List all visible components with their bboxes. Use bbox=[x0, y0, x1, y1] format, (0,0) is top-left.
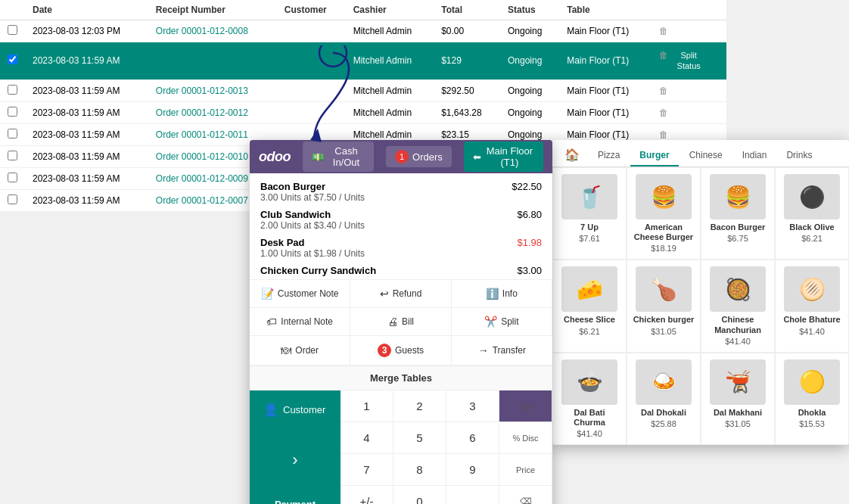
order-item-name: Club Sandwich bbox=[260, 209, 365, 220]
numpad-key-price[interactable]: Price bbox=[499, 454, 552, 486]
menu-item[interactable]: 🍔 Bacon Burger $6.75 bbox=[701, 167, 775, 260]
action-btn-info[interactable]: ℹ️ Info bbox=[452, 280, 552, 308]
numpad-key-4[interactable]: 4 bbox=[341, 422, 393, 454]
table-row[interactable]: 2023-08-03 11:59 AM Order 00001-012-0012… bbox=[0, 101, 726, 123]
table-row[interactable]: 2023-08-03 11:59 AM Order 00001-012-0014… bbox=[0, 42, 726, 80]
menu-item[interactable]: 🍗 Chicken burger $31.05 bbox=[627, 260, 701, 352]
table-row[interactable]: 2023-08-03 11:59 AM Order 00001-012-0013… bbox=[0, 79, 726, 101]
row-checkbox[interactable] bbox=[0, 167, 25, 189]
numpad-key-3[interactable]: 3 bbox=[446, 390, 499, 422]
row-checkbox[interactable] bbox=[0, 101, 25, 123]
action-icon: ✂️ bbox=[484, 316, 497, 328]
menu-item-name: Chinese Manchurian bbox=[706, 315, 770, 334]
numpad-key-[interactable]: ⌫ bbox=[499, 486, 552, 504]
numpad-key-2[interactable]: 2 bbox=[393, 390, 446, 422]
menu-item[interactable]: 🥤 7 Up $7.61 bbox=[552, 167, 627, 260]
delete-icon[interactable]: 🗑 bbox=[659, 107, 668, 118]
row-date: 2023-08-03 11:59 AM bbox=[25, 79, 148, 101]
delete-icon[interactable]: 🗑 bbox=[659, 50, 668, 61]
table-header: Table bbox=[559, 0, 652, 20]
numpad-key-disc[interactable]: % Disc bbox=[499, 422, 552, 454]
order-items-list: Bacon Burger 3.00 Units at $7.50 / Units… bbox=[250, 173, 552, 279]
row-checkbox[interactable] bbox=[0, 123, 25, 145]
numpad-key-9[interactable]: 9 bbox=[446, 454, 499, 486]
floor-button[interactable]: ⬅ Main Floor (T1) bbox=[464, 142, 543, 172]
row-status: Ongoing bbox=[500, 42, 559, 80]
menu-tab-[interactable]: 🏠 bbox=[557, 145, 587, 166]
order-item[interactable]: Chicken Curry Sandwich $3.00 bbox=[260, 265, 542, 276]
menu-tab-drinks[interactable]: Drinks bbox=[777, 145, 821, 166]
menu-item[interactable]: 🍔 American Cheese Burger $18.19 bbox=[627, 167, 701, 260]
row-receipt[interactable]: Order 00001-012-0008 bbox=[148, 20, 277, 42]
row-checkbox[interactable] bbox=[0, 189, 25, 211]
row-actions: 🗑 bbox=[652, 20, 726, 42]
menu-item[interactable]: 🧀 Cheese Slice $6.21 bbox=[552, 260, 627, 352]
action-btn-customer-note[interactable]: 📝 Customer Note bbox=[250, 280, 350, 308]
numpad-key-[interactable]: . bbox=[446, 486, 499, 504]
menu-item[interactable]: 🟡 Dhokla $15.53 bbox=[775, 353, 849, 445]
menu-item[interactable]: 🍛 Dal Dhokali $25.88 bbox=[627, 353, 701, 445]
table-row[interactable]: 2023-08-03 12:03 PM Order 00001-012-0008… bbox=[0, 20, 726, 42]
row-receipt[interactable]: Order 00001-012-0012 bbox=[148, 101, 277, 123]
pos-header: odoo 💵 Cash In/Out 1 Orders ⬅ Main Floor… bbox=[250, 140, 552, 173]
orders-button[interactable]: 1 Orders bbox=[386, 146, 452, 167]
menu-tab-pizza[interactable]: Pizza bbox=[589, 145, 629, 166]
numpad-key-1[interactable]: 1 bbox=[341, 390, 393, 422]
payment-arrow-button[interactable]: › bbox=[268, 433, 322, 487]
menu-tab-chinese[interactable]: Chinese bbox=[680, 145, 732, 166]
order-item[interactable]: Club Sandwich 2.00 Units at $3.40 / Unit… bbox=[260, 209, 542, 231]
order-item[interactable]: Desk Pad 1.00 Units at $1.98 / Units $1.… bbox=[260, 237, 542, 259]
menu-item-name: Dal Dhokali bbox=[641, 408, 686, 418]
cash-in-out-button[interactable]: 💵 Cash In/Out bbox=[303, 142, 374, 172]
numpad-key-6[interactable]: 6 bbox=[446, 422, 499, 454]
order-item-price: $3.00 bbox=[517, 265, 542, 276]
menu-item-price: $41.40 bbox=[799, 327, 825, 336]
delete-icon[interactable]: 🗑 bbox=[659, 129, 668, 140]
numpad-key-qty[interactable]: Qty bbox=[499, 390, 552, 422]
customer-row[interactable]: 👤 Customer bbox=[257, 398, 333, 422]
action-btn-guests[interactable]: 3 Guests bbox=[350, 336, 451, 366]
delete-icon[interactable]: 🗑 bbox=[659, 26, 668, 36]
row-receipt[interactable]: Order 00001-012-0014 bbox=[148, 42, 277, 80]
menu-item[interactable]: ⚫ Black Olive $6.21 bbox=[775, 167, 849, 260]
pos-actions: 📝 Customer Note↩ Refundℹ️ Info🏷 Internal… bbox=[250, 279, 552, 366]
action-icon: → bbox=[478, 344, 489, 356]
action-btn-refund[interactable]: ↩ Refund bbox=[350, 280, 451, 308]
row-checkbox[interactable] bbox=[0, 79, 25, 101]
cash-icon: 💵 bbox=[312, 151, 324, 163]
numpad-key-[interactable]: +/- bbox=[341, 486, 393, 504]
menu-item-image: 🫓 bbox=[784, 266, 840, 312]
split-status-button[interactable]: SplitStatus bbox=[671, 47, 707, 75]
row-checkbox[interactable] bbox=[0, 20, 25, 42]
menu-item-price: $6.21 bbox=[579, 327, 600, 336]
row-date: 2023-08-03 11:59 AM bbox=[25, 123, 148, 145]
row-receipt[interactable]: Order 00001-012-0013 bbox=[148, 79, 277, 101]
menu-item[interactable]: 🍲 Dal Bati Churma $41.40 bbox=[552, 353, 627, 445]
order-item-info: Club Sandwich 2.00 Units at $3.40 / Unit… bbox=[260, 209, 365, 231]
action-label: Refund bbox=[393, 288, 422, 299]
delete-icon[interactable]: 🗑 bbox=[659, 86, 668, 96]
order-item[interactable]: Bacon Burger 3.00 Units at $7.50 / Units… bbox=[260, 181, 542, 203]
numpad-key-8[interactable]: 8 bbox=[393, 454, 446, 486]
numpad-key-5[interactable]: 5 bbox=[393, 422, 446, 454]
merge-tables: Merge Tables bbox=[250, 366, 552, 390]
action-btn-order[interactable]: 🍽 Order bbox=[250, 336, 350, 366]
menu-tab-burger[interactable]: Burger bbox=[630, 145, 678, 166]
row-status: Ongoing bbox=[500, 20, 559, 42]
action-btn-internal-note[interactable]: 🏷 Internal Note bbox=[250, 308, 350, 336]
action-btn-split[interactable]: ✂️ Split bbox=[452, 308, 552, 336]
menu-item[interactable]: 🫕 Dal Makhani $31.05 bbox=[701, 353, 775, 445]
menu-item-image: 🍲 bbox=[561, 359, 617, 405]
numpad-key-0[interactable]: 0 bbox=[393, 486, 446, 504]
row-checkbox[interactable] bbox=[0, 42, 25, 80]
status-header: Status bbox=[500, 0, 559, 20]
menu-tab-indian[interactable]: Indian bbox=[733, 145, 776, 166]
menu-item[interactable]: 🥘 Chinese Manchurian $41.40 bbox=[701, 260, 775, 352]
row-checkbox[interactable] bbox=[0, 145, 25, 167]
menu-item[interactable]: 🫓 Chole Bhature $41.40 bbox=[775, 260, 849, 352]
action-btn-transfer[interactable]: → Transfer bbox=[452, 336, 552, 366]
floor-icon: ⬅ bbox=[473, 151, 481, 163]
menu-item-price: $31.05 bbox=[725, 419, 751, 428]
action-btn-bill[interactable]: 🖨 Bill bbox=[350, 308, 451, 336]
numpad-key-7[interactable]: 7 bbox=[341, 454, 393, 486]
